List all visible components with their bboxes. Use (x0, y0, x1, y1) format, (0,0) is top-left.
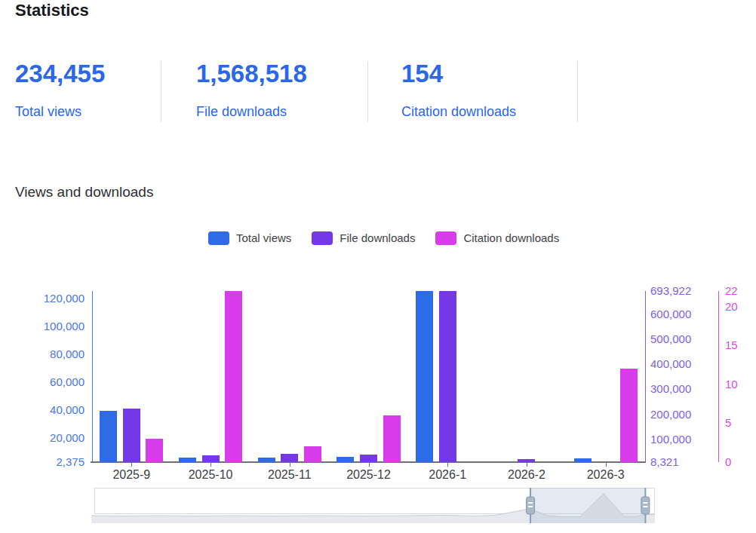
x-axis-tick (290, 463, 290, 467)
statistics-page: Statistics 234,455 Total views 1,568,518… (0, 0, 756, 533)
y-axis-tick-label: 15 (725, 338, 738, 352)
x-axis-label: 2025-12 (335, 468, 403, 482)
bar-total-views[interactable] (100, 411, 117, 462)
y-axis-tick-label: 300,000 (650, 382, 691, 396)
y-axis-left-line (92, 291, 93, 462)
bar-file-downloads[interactable] (439, 291, 456, 462)
x-axis-label: 2026-2 (493, 468, 561, 482)
x-axis-tick (211, 463, 211, 467)
bar-total-views[interactable] (574, 458, 592, 462)
bar-file-downloads[interactable] (518, 459, 535, 462)
bar-total-views[interactable] (258, 458, 275, 462)
x-axis-tick (527, 463, 527, 467)
y-axis-tick-label: 600,000 (650, 308, 691, 321)
x-axis-label: 2026-1 (413, 468, 481, 482)
y-axis-tick-label: 2,375 (0, 455, 85, 469)
y-axis-tick-label: 40,000 (0, 403, 85, 417)
y-axis-tick-label: 10 (725, 378, 738, 391)
x-axis-label: 2025-9 (97, 468, 165, 482)
y-axis-tick-label: 20 (725, 300, 738, 314)
bar-citation-downloads[interactable] (620, 369, 638, 462)
bar-total-views[interactable] (179, 458, 196, 462)
bar-citation-downloads[interactable] (304, 446, 321, 462)
x-axis-label: 2025-10 (177, 468, 244, 482)
x-axis-label: 2026-3 (572, 468, 640, 482)
y-axis-tick-label: 100,000 (650, 433, 691, 446)
bar-total-views[interactable] (416, 291, 433, 462)
slider-left-handle-icon[interactable] (527, 497, 535, 514)
datazoom-slider[interactable] (91, 488, 655, 523)
bar-file-downloads[interactable] (202, 455, 220, 462)
x-axis-tick (447, 463, 448, 467)
bar-total-views[interactable] (337, 457, 354, 462)
x-axis-tick (606, 463, 607, 467)
bar-file-downloads[interactable] (281, 454, 298, 462)
x-axis-label: 2025-11 (256, 468, 324, 482)
y-axis-tick-label: 200,000 (650, 408, 691, 421)
x-axis-tick (131, 463, 132, 467)
bar-file-downloads[interactable] (123, 409, 140, 462)
bar-citation-downloads[interactable] (383, 415, 401, 462)
y-axis-tick-label: 100,000 (0, 320, 85, 333)
y-axis-tick-label: 5 (725, 416, 731, 430)
y-axis-tick-label: 8,321 (650, 455, 679, 469)
y-axis-tick-label: 693,922 (650, 284, 691, 298)
y-axis-right2-line (718, 291, 719, 462)
slider-selected-window[interactable] (530, 488, 645, 523)
y-axis-tick-label: 0 (725, 455, 731, 469)
y-axis-tick-label: 400,000 (650, 357, 691, 371)
y-axis-tick-label: 500,000 (650, 332, 691, 346)
bar-citation-downloads[interactable] (146, 439, 163, 462)
y-axis-tick-label: 20,000 (0, 431, 85, 445)
y-axis-right1-line (645, 291, 646, 462)
y-axis-tick-label: 22 (725, 284, 738, 298)
slider-right-handle-icon[interactable] (641, 497, 650, 514)
bar-file-downloads[interactable] (360, 455, 377, 462)
y-axis-tick-label: 80,000 (0, 348, 85, 361)
y-axis-tick-label: 120,000 (0, 292, 85, 305)
x-axis-tick (369, 463, 370, 467)
bar-citation-downloads[interactable] (225, 291, 242, 462)
y-axis-tick-label: 60,000 (0, 375, 85, 389)
views-downloads-chart: 2,37520,00040,00060,00080,000100,000120,… (0, 0, 756, 533)
